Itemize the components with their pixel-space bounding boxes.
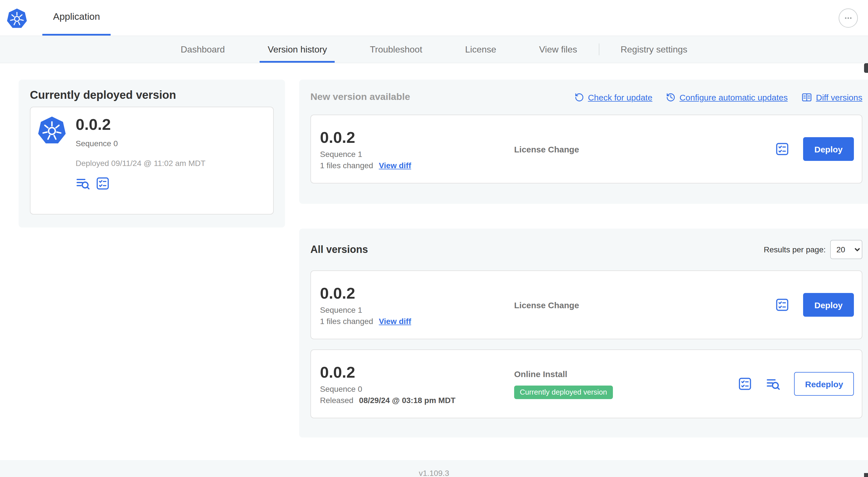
check-for-update-link[interactable]: Check for update — [574, 92, 652, 102]
released-timestamp: 08/29/24 @ 03:18 pm MDT — [359, 395, 456, 405]
version-sequence: Sequence 0 — [320, 384, 514, 393]
version-source: Online Install Currently deployed versio… — [514, 369, 738, 399]
preflight-checks-button[interactable] — [95, 176, 110, 191]
scrollbar-corner — [864, 473, 868, 477]
app-tab-application[interactable]: Application — [42, 0, 111, 35]
tab-view-files[interactable]: View files — [518, 36, 599, 63]
update-actions: Check for update Configure automatic upd… — [574, 92, 862, 102]
version-source-label: License Change — [514, 300, 775, 309]
app-nav-tabs: Dashboard Version history Troubleshoot L… — [0, 36, 868, 63]
version-source-label: Online Install — [514, 369, 738, 379]
results-per-page-label: Results per page: — [764, 245, 826, 254]
files-changed-label: 1 files changed — [320, 160, 373, 170]
app-root: Application Dashboard Version history Tr… — [0, 0, 868, 477]
preflight-checks-button[interactable] — [775, 142, 789, 156]
version-actions: Deploy — [775, 293, 854, 317]
version-source: License Change — [514, 144, 775, 154]
check-for-update-label: Check for update — [588, 92, 652, 102]
deploy-button[interactable]: Deploy — [803, 293, 854, 317]
files-changed-label: 1 files changed — [320, 317, 373, 325]
tab-troubleshoot[interactable]: Troubleshoot — [348, 36, 444, 63]
currently-deployed-badge: Currently deployed version — [514, 385, 613, 399]
version-number: 0.0.2 — [320, 128, 514, 147]
version-number: 0.0.2 — [320, 284, 514, 302]
diff-versions-link[interactable]: Diff versions — [801, 92, 862, 102]
checklist-icon — [95, 176, 110, 191]
released-label: Released — [320, 395, 353, 405]
checklist-icon — [775, 297, 789, 312]
view-diff-link[interactable]: View diff — [379, 160, 411, 170]
current-version-sequence: Sequence 0 — [75, 139, 206, 148]
current-version-deployed-timestamp: Deployed 09/11/24 @ 11:02 am MDT — [75, 159, 206, 168]
app-footer: v1.109.3 — [0, 460, 868, 477]
version-row: 0.0.2 Sequence 1 1 files changed View di… — [310, 270, 862, 339]
checklist-icon — [775, 142, 789, 156]
version-info: 0.0.2 Sequence 1 1 files changed View di… — [320, 284, 514, 325]
current-version-number: 0.0.2 — [75, 116, 206, 134]
logs-icon — [766, 377, 781, 391]
current-version-details: 0.0.2 Sequence 0 Deployed 09/11/24 @ 11:… — [75, 116, 206, 206]
view-diff-link[interactable]: View diff — [379, 317, 411, 325]
configure-automatic-updates-label: Configure automatic updates — [680, 92, 788, 102]
version-source-label: License Change — [514, 144, 775, 154]
version-info: 0.0.2 Sequence 0 Released 08/29/24 @ 03:… — [320, 363, 514, 405]
view-deploy-logs-button[interactable] — [766, 377, 781, 391]
version-number: 0.0.2 — [320, 363, 514, 381]
kubernetes-app-icon — [7, 8, 27, 28]
configure-automatic-updates-link[interactable]: Configure automatic updates — [666, 92, 788, 102]
pagination-controls: Results per page: 20 — [764, 240, 862, 259]
current-version-actions — [75, 176, 206, 191]
logs-icon — [75, 176, 90, 191]
diff-table-icon — [801, 92, 812, 102]
version-actions: Deploy — [775, 137, 854, 161]
new-version-card: New version available Check for update C… — [299, 80, 868, 204]
overflow-menu-button[interactable] — [839, 8, 858, 27]
version-source: License Change — [514, 300, 775, 309]
released-row: Released 08/29/24 @ 03:18 pm MDT — [320, 395, 514, 405]
new-version-row: 0.0.2 Sequence 1 1 files changed View di… — [310, 115, 862, 183]
version-row: 0.0.2 Sequence 0 Released 08/29/24 @ 03:… — [310, 350, 862, 418]
view-deploy-logs-button[interactable] — [75, 176, 90, 191]
checklist-icon — [738, 377, 752, 391]
preflight-checks-button[interactable] — [775, 297, 789, 312]
results-per-page-select[interactable]: 20 — [830, 240, 862, 259]
all-versions-card: All versions Results per page: 20 0.0.2 … — [299, 229, 868, 438]
tab-dashboard[interactable]: Dashboard — [159, 36, 246, 63]
all-versions-header: All versions Results per page: 20 — [310, 240, 862, 259]
all-versions-title: All versions — [310, 244, 368, 256]
scrollbar-thumb[interactable] — [864, 63, 868, 73]
deploy-button[interactable]: Deploy — [803, 137, 854, 161]
new-version-title: New version available — [310, 91, 410, 103]
currently-deployed-card: Currently deployed version 0.0.2 Sequenc… — [19, 80, 285, 228]
new-version-header: New version available Check for update C… — [310, 91, 862, 103]
tab-version-history[interactable]: Version history — [246, 36, 348, 63]
refresh-icon — [574, 92, 584, 102]
files-changed-row: 1 files changed View diff — [320, 317, 514, 325]
version-sequence: Sequence 1 — [320, 149, 514, 158]
current-version-panel: 0.0.2 Sequence 0 Deployed 09/11/24 @ 11:… — [30, 107, 274, 214]
clock-refresh-icon — [666, 92, 676, 102]
tab-registry-settings[interactable]: Registry settings — [599, 36, 709, 63]
version-info: 0.0.2 Sequence 1 1 files changed View di… — [320, 128, 514, 170]
kubernetes-app-icon — [38, 116, 66, 144]
top-header: Application — [0, 0, 868, 36]
redeploy-button[interactable]: Redeploy — [794, 372, 854, 396]
version-sequence: Sequence 1 — [320, 305, 514, 314]
tab-license[interactable]: License — [443, 36, 518, 63]
preflight-checks-button[interactable] — [738, 377, 752, 391]
currently-deployed-title: Currently deployed version — [30, 89, 274, 101]
files-changed-row: 1 files changed View diff — [320, 160, 514, 170]
diff-versions-label: Diff versions — [816, 92, 862, 102]
ellipsis-icon — [843, 13, 853, 23]
console-version-label: v1.109.3 — [419, 469, 449, 477]
version-actions: Redeploy — [738, 372, 854, 396]
